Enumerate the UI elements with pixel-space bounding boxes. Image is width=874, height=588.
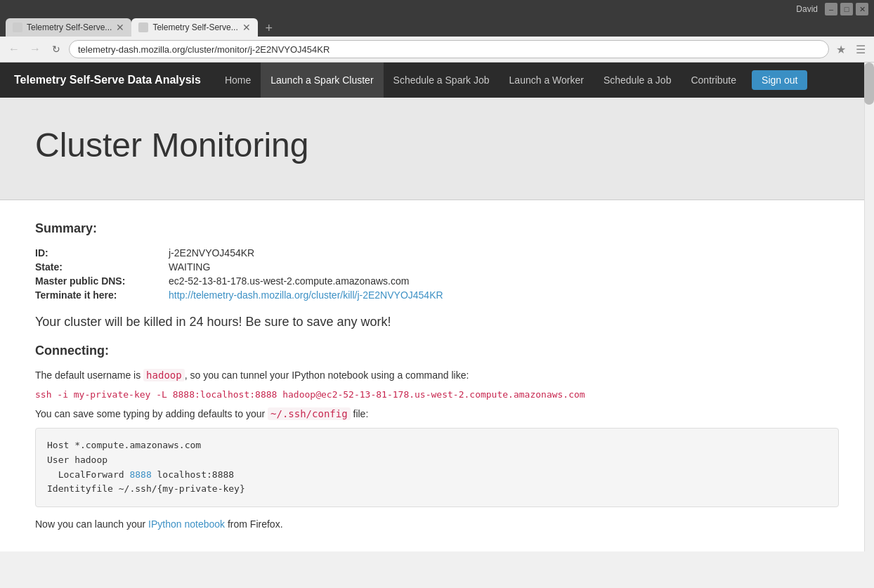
bottom-text: Now you can launch your IPython notebook…	[35, 518, 839, 530]
page-wrapper: Telemetry Self-Serve Data Analysis Home …	[0, 63, 874, 551]
code-line-2: User hadoop	[47, 455, 107, 465]
navbar: Telemetry Self-Serve Data Analysis Home …	[0, 63, 874, 98]
tab-close-2[interactable]: ✕	[242, 22, 251, 33]
warning-text: Your cluster will be killed in 24 hours!…	[35, 315, 839, 329]
back-button[interactable]: ←	[6, 41, 22, 58]
summary-dns-label: Master public DNS:	[35, 275, 169, 287]
refresh-button[interactable]: ↻	[48, 41, 65, 58]
connecting-text: The default username is hadoop, so you c…	[35, 370, 839, 381]
summary-row-dns: Master public DNS: ec2-52-13-81-178.us-w…	[35, 275, 839, 287]
summary-id-label: ID:	[35, 247, 169, 259]
ipython-notebook-link[interactable]: IPython notebook	[148, 518, 225, 530]
address-bar: ← → ↻ ★ ☰	[0, 37, 874, 63]
bookmark-button[interactable]: ★	[833, 41, 849, 58]
config-file: ~/.ssh/config	[268, 407, 351, 420]
summary-dns-value: ec2-52-13-81-178.us-west-2.compute.amazo…	[169, 275, 409, 287]
nav-launch-spark-cluster[interactable]: Launch a Spark Cluster	[261, 63, 383, 98]
code-line-1: Host *.compute.amazonaws.com	[47, 440, 201, 450]
tab-favicon-1	[13, 22, 22, 32]
connecting-heading: Connecting:	[35, 344, 839, 358]
page-title: Cluster Monitoring	[35, 126, 839, 164]
config-text: You can save some typing by adding defau…	[35, 408, 839, 419]
url-input[interactable]	[69, 40, 829, 58]
code-line-3-prefix: LocalForward 8888 localhost:8888	[47, 469, 234, 480]
sign-out-button[interactable]: Sign out	[752, 70, 807, 90]
navbar-brand: Telemetry Self-Serve Data Analysis	[14, 74, 201, 86]
summary-id-value: j-2E2NVYOJ454KR	[169, 247, 254, 259]
forward-button[interactable]: →	[27, 41, 44, 58]
ssh-command: ssh -i my-private-key -L 8888:localhost:…	[35, 389, 839, 400]
close-button[interactable]: ✕	[856, 3, 868, 15]
minimize-button[interactable]: –	[825, 3, 837, 15]
tab-close-1[interactable]: ✕	[116, 22, 124, 33]
browser-tabs: Telemetry Self-Serve... ✕ Telemetry Self…	[0, 18, 874, 37]
code-localforward-highlight: 8888	[129, 469, 151, 480]
nav-home[interactable]: Home	[215, 63, 261, 98]
code-block: Host *.compute.amazonaws.com User hadoop…	[35, 428, 839, 507]
bottom-text-after: from Firefox.	[225, 518, 282, 530]
menu-button[interactable]: ☰	[853, 41, 868, 58]
browser-username: David	[796, 4, 818, 14]
scrollbar-thumb[interactable]	[864, 63, 874, 105]
nav-schedule-job[interactable]: Schedule a Job	[594, 63, 681, 98]
browser-tab-1[interactable]: Telemetry Self-Serve... ✕	[6, 18, 131, 37]
tab-title-1: Telemetry Self-Serve...	[27, 22, 112, 32]
connecting-text-before: The default username is	[35, 370, 143, 381]
nav-launch-worker[interactable]: Launch a Worker	[500, 63, 594, 98]
summary-table: ID: j-2E2NVYOJ454KR State: WAITING Maste…	[35, 247, 839, 301]
summary-heading: Summary:	[35, 221, 839, 236]
main-content: Summary: ID: j-2E2NVYOJ454KR State: WAIT…	[0, 200, 874, 551]
code-line-4: Identityfile ~/.ssh/{my-private-key}	[47, 483, 245, 494]
summary-row-state: State: WAITING	[35, 261, 839, 273]
summary-terminate-value: http://telemetry-dash.mozilla.org/cluste…	[169, 289, 443, 301]
config-text-before: You can save some typing by adding defau…	[35, 408, 268, 419]
summary-terminate-label: Terminate it here:	[35, 289, 169, 301]
nav-schedule-spark-job[interactable]: Schedule a Spark Job	[384, 63, 500, 98]
page-header: Cluster Monitoring	[0, 98, 874, 200]
browser-tab-2[interactable]: Telemetry Self-Serve... ✕	[131, 18, 257, 37]
bottom-text-before: Now you can launch your	[35, 518, 148, 530]
tab-favicon-2	[138, 22, 148, 32]
summary-row-terminate: Terminate it here: http://telemetry-dash…	[35, 289, 839, 301]
summary-state-label: State:	[35, 261, 169, 273]
summary-section: Summary: ID: j-2E2NVYOJ454KR State: WAIT…	[35, 221, 839, 530]
scrollbar-track[interactable]	[864, 63, 874, 551]
connecting-username: hadoop	[143, 369, 185, 381]
title-bar: David – □ ✕	[0, 0, 874, 18]
window-controls: – □ ✕	[825, 3, 868, 15]
summary-state-value: WAITING	[169, 261, 210, 273]
nav-contribute[interactable]: Contribute	[681, 63, 746, 98]
nav-links: Home Launch a Spark Cluster Schedule a S…	[215, 63, 860, 98]
new-tab-button[interactable]: +	[261, 20, 278, 37]
tab-title-2: Telemetry Self-Serve...	[152, 22, 237, 32]
connecting-text-after: , so you can tunnel your IPython noteboo…	[185, 370, 469, 381]
summary-row-id: ID: j-2E2NVYOJ454KR	[35, 247, 839, 259]
maximize-button[interactable]: □	[840, 3, 853, 15]
config-text-after: file:	[351, 408, 369, 419]
terminate-link[interactable]: http://telemetry-dash.mozilla.org/cluste…	[169, 289, 443, 301]
